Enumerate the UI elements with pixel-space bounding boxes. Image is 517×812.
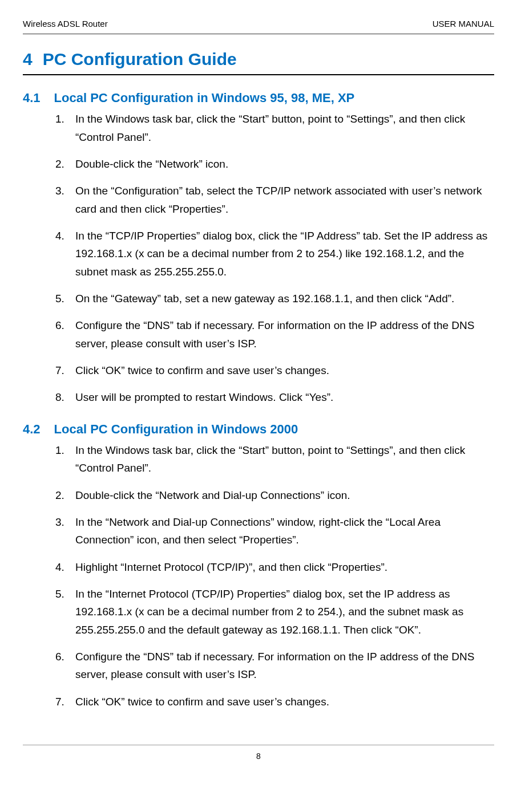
chapter-heading: 4PC Configuration Guide: [23, 46, 494, 75]
section1-steps: In the Windows task bar, click the “Star…: [23, 110, 494, 406]
list-item: In the “Internet Protocol (TCP/IP) Prope…: [67, 585, 494, 639]
chapter-title: PC Configuration Guide: [43, 50, 237, 68]
section1-title: Local PC Configuration in Windows 95, 98…: [54, 91, 355, 105]
list-item: In the “TCP/IP Properties” dialog box, c…: [67, 227, 494, 281]
list-item: Double-click the “Network and Dial-up Co…: [67, 486, 494, 504]
list-item: On the “Gateway” tab, set a new gateway …: [67, 290, 494, 307]
list-item: In the Windows task bar, click the “Star…: [67, 110, 494, 146]
header-left: Wireless ADSL Router: [23, 17, 108, 31]
list-item: Highlight “Internet Protocol (TCP/IP)”, …: [67, 558, 494, 576]
list-item: In the “Network and Dial-up Connections”…: [67, 513, 494, 549]
list-item: Click “OK” twice to confirm and save use…: [67, 693, 494, 710]
list-item: Configure the “DNS” tab if necessary. Fo…: [67, 648, 494, 684]
list-item: User will be prompted to restart Windows…: [67, 388, 494, 406]
section1-number: 4.1: [23, 91, 41, 105]
page-footer: 8: [23, 745, 494, 762]
list-item: On the “Configuration” tab, select the T…: [67, 182, 494, 218]
header-right: USER MANUAL: [433, 17, 494, 31]
list-item: In the Windows task bar, click the “Star…: [67, 441, 494, 477]
section1-heading: 4.1Local PC Configuration in Windows 95,…: [23, 88, 494, 108]
chapter-number: 4: [23, 50, 33, 68]
section2-steps: In the Windows task bar, click the “Star…: [23, 441, 494, 710]
list-item: Configure the “DNS” tab if necessary. Fo…: [67, 316, 494, 352]
list-item: Click “OK” twice to confirm and save use…: [67, 362, 494, 379]
section2-heading: 4.2Local PC Configuration in Windows 200…: [23, 419, 494, 439]
page-header: Wireless ADSL Router USER MANUAL: [23, 17, 494, 34]
section2-number: 4.2: [23, 422, 41, 436]
page-number: 8: [256, 752, 261, 761]
section2-title: Local PC Configuration in Windows 2000: [54, 422, 298, 436]
list-item: Double-click the “Network” icon.: [67, 155, 494, 173]
